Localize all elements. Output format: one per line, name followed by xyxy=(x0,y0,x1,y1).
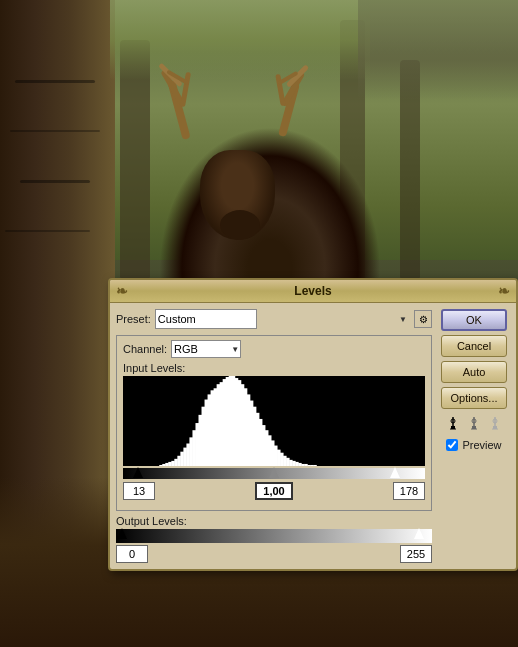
preview-label: Preview xyxy=(462,439,501,451)
histogram-canvas xyxy=(123,376,425,466)
dialog-title: Levels xyxy=(294,284,331,298)
output-section: Output Levels: xyxy=(116,515,432,563)
left-panel: Preset: CustomDefaultLighterDarkerIncrea… xyxy=(116,309,432,563)
output-level-values xyxy=(116,545,432,563)
channel-select-wrapper: RGBRedGreenBlue xyxy=(171,340,241,358)
auto-button[interactable]: Auto xyxy=(441,361,507,383)
output-black-handle[interactable] xyxy=(117,528,127,539)
cancel-button[interactable]: Cancel xyxy=(441,335,507,357)
preset-label: Preset: xyxy=(116,313,151,325)
preview-checkbox[interactable] xyxy=(446,439,458,451)
black-eyedropper-button[interactable] xyxy=(444,415,462,433)
channel-box: Channel: RGBRedGreenBlue Input Levels: xyxy=(116,335,432,511)
eyedropper-row xyxy=(444,415,504,433)
preview-row: Preview xyxy=(446,439,501,451)
channel-label: Channel: xyxy=(123,343,167,355)
output-black-input[interactable] xyxy=(116,545,148,563)
white-eyedropper-button[interactable] xyxy=(486,415,504,433)
right-panel: OK Cancel Auto Options... xyxy=(438,309,510,563)
channel-row: Channel: RGBRedGreenBlue xyxy=(123,340,425,358)
gray-eyedropper-button[interactable] xyxy=(465,415,483,433)
levels-dialog: ❧ Levels ❧ Preset: CustomDefaultLighterD… xyxy=(108,278,518,571)
white-handle[interactable] xyxy=(390,467,400,478)
histogram-container xyxy=(123,376,425,466)
preset-row: Preset: CustomDefaultLighterDarkerIncrea… xyxy=(116,309,432,329)
title-ornament-right: ❧ xyxy=(498,283,510,299)
black-handle[interactable] xyxy=(133,467,143,478)
mid-input[interactable] xyxy=(255,482,293,500)
input-slider-track[interactable] xyxy=(123,468,425,479)
title-ornament-left: ❧ xyxy=(116,283,128,299)
gray-handle[interactable] xyxy=(269,467,279,478)
dialog-body: Preset: CustomDefaultLighterDarkerIncrea… xyxy=(110,303,516,569)
output-white-handle[interactable] xyxy=(414,528,424,539)
ok-button[interactable]: OK xyxy=(441,309,507,331)
preset-select[interactable]: CustomDefaultLighterDarkerIncrease Contr… xyxy=(155,309,257,329)
input-levels-label: Input Levels: xyxy=(123,362,425,374)
black-input[interactable] xyxy=(123,482,155,500)
options-button[interactable]: Options... xyxy=(441,387,507,409)
output-white-input[interactable] xyxy=(400,545,432,563)
level-values xyxy=(123,482,425,500)
preset-icon-button[interactable]: ⚙ xyxy=(414,310,432,328)
preset-select-wrapper: CustomDefaultLighterDarkerIncrease Contr… xyxy=(155,309,410,329)
dialog-titlebar: ❧ Levels ❧ xyxy=(110,280,516,303)
white-input[interactable] xyxy=(393,482,425,500)
channel-select[interactable]: RGBRedGreenBlue xyxy=(171,340,241,358)
output-levels-label: Output Levels: xyxy=(116,515,432,527)
output-slider-track[interactable] xyxy=(116,529,432,543)
